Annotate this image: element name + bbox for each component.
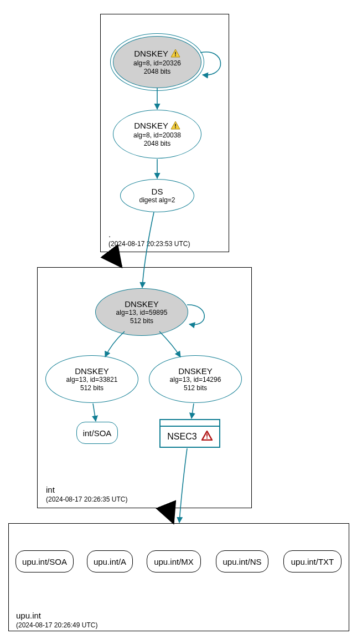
warning-icon <box>170 49 180 59</box>
zone-int-label: int (2024-08-17 20:26:35 UTC) <box>46 484 127 504</box>
label: upu.int/TXT <box>291 557 334 566</box>
node-ds-line2: digest alg=2 <box>139 196 175 204</box>
zone-root-name: . <box>108 229 190 240</box>
node-root-zsk-line2: alg=8, id=20038 <box>133 131 181 139</box>
svg-rect-4 <box>206 434 208 437</box>
edge-zone-int-upu <box>168 509 173 523</box>
node-root-ksk[interactable]: DNSKEY alg=8, id=20326 2048 bits <box>113 36 201 88</box>
node-int-ksk-line2: alg=13, id=59895 <box>116 309 168 316</box>
node-int-zsk1[interactable]: DNSKEY alg=13, id=33821 512 bits <box>45 355 138 403</box>
node-upu-txt[interactable]: upu.int/TXT <box>283 550 342 573</box>
zone-upu-label: upu.int (2024-08-17 20:26:49 UTC) <box>16 610 97 630</box>
svg-rect-5 <box>206 437 208 438</box>
node-root-ksk-title: DNSKEY <box>134 49 180 59</box>
nsec3-body: NSEC3 <box>161 427 219 447</box>
node-int-zsk2-line3: 512 bits <box>184 384 207 392</box>
node-upu-mx[interactable]: upu.int/MX <box>147 550 201 573</box>
node-root-ksk-line3: 2048 bits <box>144 68 171 75</box>
node-int-zsk2-title: DNSKEY <box>178 366 213 376</box>
node-int-zsk1-line3: 512 bits <box>80 384 104 392</box>
node-root-ksk-line2: alg=8, id=20326 <box>133 59 181 67</box>
zone-int-name: int <box>46 484 127 495</box>
svg-rect-2 <box>175 124 176 127</box>
svg-rect-3 <box>175 127 176 129</box>
label: upu.int/A <box>94 557 126 566</box>
node-upu-soa[interactable]: upu.int/SOA <box>15 550 74 573</box>
warning-icon <box>170 121 180 131</box>
node-int-zsk1-line2: alg=13, id=33821 <box>66 376 118 384</box>
node-root-zsk-title: DNSKEY <box>134 121 180 131</box>
label: upu.int/SOA <box>22 557 67 566</box>
node-int-ksk-line3: 512 bits <box>130 317 153 325</box>
node-int-ksk-title: DNSKEY <box>125 299 159 309</box>
zone-int-ts: (2024-08-17 20:26:35 UTC) <box>46 495 127 504</box>
node-root-zsk-line3: 2048 bits <box>144 140 171 147</box>
error-icon <box>201 431 213 443</box>
zone-upu-ts: (2024-08-17 20:26:49 UTC) <box>16 621 97 630</box>
node-upu-ns[interactable]: upu.int/NS <box>216 550 268 573</box>
text: DNSKEY <box>134 121 168 130</box>
node-int-zsk2-line2: alg=13, id=14296 <box>170 376 221 384</box>
edge-zone-root-int <box>111 253 121 267</box>
zone-root-ts: (2024-08-17 20:23:53 UTC) <box>108 240 190 249</box>
node-root-zsk[interactable]: DNSKEY alg=8, id=20038 2048 bits <box>113 110 201 159</box>
nsec3-label: NSEC3 <box>167 432 196 442</box>
zone-root-label: . (2024-08-17 20:23:53 UTC) <box>108 229 190 248</box>
svg-rect-0 <box>175 52 176 55</box>
nsec3-header <box>161 420 219 427</box>
node-int-zsk1-title: DNSKEY <box>75 366 109 376</box>
node-int-ksk[interactable]: DNSKEY alg=13, id=59895 512 bits <box>95 288 188 336</box>
node-nsec3[interactable]: NSEC3 <box>159 419 220 448</box>
node-ds-title: DS <box>152 187 163 196</box>
node-upu-a[interactable]: upu.int/A <box>87 550 133 573</box>
node-ds[interactable]: DS digest alg=2 <box>120 179 194 212</box>
label: upu.int/NS <box>223 557 261 566</box>
label: upu.int/MX <box>154 557 194 566</box>
svg-rect-1 <box>175 55 176 57</box>
node-int-soa-label: int/SOA <box>83 428 112 438</box>
node-int-soa[interactable]: int/SOA <box>76 422 118 444</box>
node-int-zsk2[interactable]: DNSKEY alg=13, id=14296 512 bits <box>149 355 242 403</box>
text: DNSKEY <box>134 49 168 58</box>
zone-upu-name: upu.int <box>16 610 97 621</box>
